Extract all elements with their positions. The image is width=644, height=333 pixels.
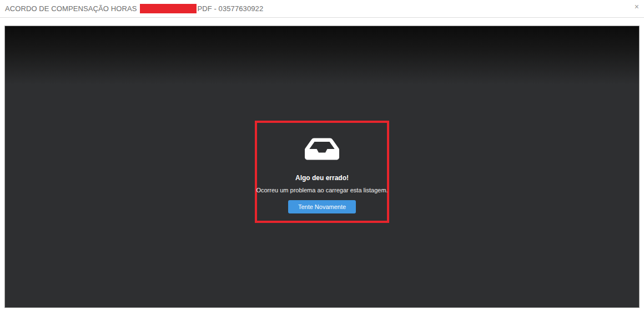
document-title-prefix: ACORDO DE COMPENSAÇÃO HORAS <box>5 4 137 13</box>
document-modal: ACORDO DE COMPENSAÇÃO HORAS PDF - 035776… <box>0 0 644 333</box>
modal-body: Algo deu errado! Ocorreu um problema ao … <box>0 18 644 308</box>
close-button[interactable]: × <box>635 3 639 11</box>
error-panel: Algo deu errado! Ocorreu um problema ao … <box>255 121 389 223</box>
document-title-suffix: PDF - 03577630922 <box>197 4 263 13</box>
page-title: ACORDO DE COMPENSAÇÃO HORAS PDF - 035776… <box>5 4 263 13</box>
error-message: Ocorreu um problema ao carregar esta lis… <box>256 187 388 193</box>
close-icon: × <box>635 2 639 11</box>
redacted-text <box>140 4 197 13</box>
retry-button[interactable]: Tente Novamente <box>288 200 356 213</box>
error-title: Algo deu errado! <box>295 174 349 182</box>
modal-header: ACORDO DE COMPENSAÇÃO HORAS PDF - 035776… <box>0 0 644 18</box>
pdf-viewer: Algo deu errado! Ocorreu um problema ao … <box>4 26 640 308</box>
empty-inbox-icon <box>305 135 339 163</box>
